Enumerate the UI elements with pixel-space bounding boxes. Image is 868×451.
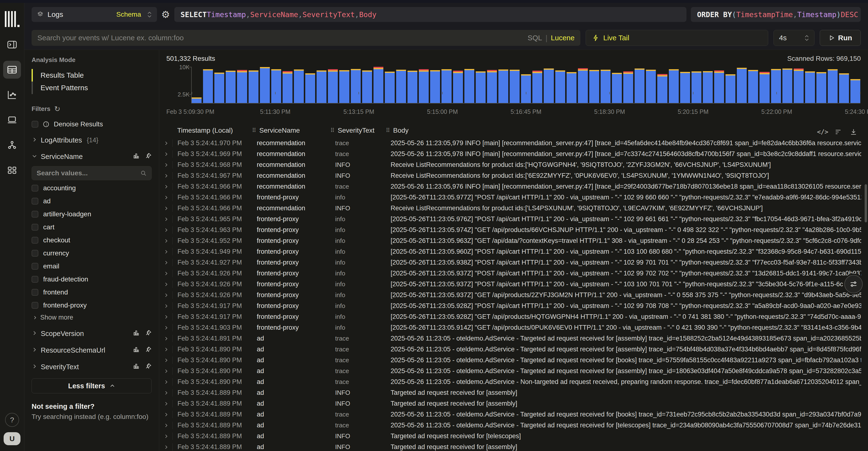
table-row[interactable]: Feb 3 5:24:41.889 PMadINFOTargeted ad re…	[159, 431, 863, 442]
chart-bar[interactable]	[703, 71, 713, 103]
expand-row-icon[interactable]	[163, 303, 169, 309]
drag-handle-icon[interactable]: ⠿	[252, 127, 256, 134]
table-row[interactable]: Feb 3 5:24:41.917 PMfrontend-proxyinfo[2…	[159, 301, 863, 311]
table-row[interactable]: Feb 3 5:24:41.926 PMfrontend-proxyinfo[2…	[159, 268, 863, 279]
table-row[interactable]: Feb 3 5:24:41.965 PMfrontend-proxyinfo[2…	[159, 214, 863, 224]
schema-stepper-icon[interactable]	[147, 11, 152, 18]
chart-bar[interactable]	[839, 73, 849, 103]
table-row[interactable]: Feb 3 5:24:41.967 PMrecommendationINFORe…	[159, 170, 863, 181]
expand-row-icon[interactable]	[163, 336, 169, 341]
chart-bar[interactable]	[226, 71, 236, 103]
code-view-icon[interactable]: </>	[818, 127, 828, 137]
chart-bar[interactable]	[271, 69, 281, 103]
table-row[interactable]: Feb 3 5:24:41.890 PMadtrace2025-05-26 11…	[159, 377, 863, 387]
filter-section-resourceschemaurl[interactable]: ResourceSchemaUrl	[32, 346, 152, 355]
column-settings-icon[interactable]	[833, 127, 843, 137]
chart-bar[interactable]	[214, 72, 224, 103]
chart-filter-icon[interactable]	[133, 329, 140, 338]
download-icon[interactable]	[849, 127, 858, 137]
lucene-toggle[interactable]: Lucene	[551, 34, 575, 42]
chart-bar[interactable]	[464, 69, 474, 103]
checkbox[interactable]	[32, 211, 38, 217]
chart-bar[interactable]	[407, 71, 417, 103]
refresh-filters-icon[interactable]: ↻	[54, 105, 60, 113]
table-row[interactable]: Feb 3 5:24:41.970 PMrecommendationtrace2…	[159, 138, 863, 149]
search-bar[interactable]: SQL | Lucene	[32, 30, 580, 46]
table-row[interactable]: Feb 3 5:24:41.889 PMadtrace2025-05-26 11…	[159, 409, 863, 420]
chart-bar[interactable]	[203, 69, 213, 103]
chart-bar[interactable]	[237, 70, 247, 103]
chart-bar[interactable]	[498, 69, 508, 103]
chart-bar[interactable]	[567, 72, 577, 103]
chart-bar[interactable]	[816, 72, 826, 103]
chart-nav-icon[interactable]	[3, 86, 21, 104]
chart-bar[interactable]	[544, 68, 554, 103]
display-options-button[interactable]	[844, 275, 863, 293]
chart-bar[interactable]	[430, 70, 440, 103]
table-row[interactable]: Feb 3 5:24:41.968 PMrecommendationINFORe…	[159, 159, 863, 170]
chart-filter-icon[interactable]	[133, 346, 140, 355]
filter-section-severitytext[interactable]: SeverityText	[32, 363, 152, 371]
table-scrollbar[interactable]	[865, 184, 867, 222]
events-histogram[interactable]: Feb 3 5:09:30 PM5:11:30 PM5:13:15 PM5:15…	[159, 66, 863, 117]
expand-row-icon[interactable]	[163, 412, 169, 417]
expand-row-icon[interactable]	[163, 379, 169, 385]
service-option-currency[interactable]: currency	[32, 247, 152, 260]
chart-bar[interactable]	[385, 72, 395, 103]
chart-bar[interactable]	[328, 69, 338, 103]
denoise-checkbox[interactable]	[32, 121, 38, 128]
column-header-body[interactable]: ⠿Body	[386, 127, 408, 134]
service-option-checkout[interactable]: checkout	[32, 234, 152, 247]
filter-section-scopeversion[interactable]: ScopeVersion	[32, 329, 152, 338]
chart-bar[interactable]	[714, 70, 724, 103]
checkbox[interactable]	[32, 237, 38, 244]
table-row[interactable]: Feb 3 5:24:41.890 PMadtrace2025-05-26 11…	[159, 344, 863, 355]
help-icon[interactable]: ?	[5, 413, 19, 427]
chart-bar[interactable]	[453, 71, 463, 103]
expand-row-icon[interactable]	[163, 293, 169, 298]
chart-bar[interactable]	[249, 70, 258, 103]
interval-stepper-icon[interactable]	[805, 35, 809, 41]
search-input[interactable]	[37, 34, 523, 42]
expand-row-icon[interactable]	[163, 325, 169, 330]
schema-mode-label[interactable]: Schema	[116, 10, 141, 18]
sessions-nav-icon[interactable]	[3, 111, 21, 129]
chart-bar[interactable]	[192, 97, 202, 103]
chart-bar[interactable]	[600, 70, 611, 103]
search-results-nav-icon[interactable]	[3, 61, 21, 79]
chart-bar[interactable]	[794, 68, 804, 103]
table-row[interactable]: Feb 3 5:24:41.890 PMadtrace2025-05-26 11…	[159, 355, 863, 366]
expand-row-icon[interactable]	[163, 368, 169, 374]
service-option-accounting[interactable]: accounting	[32, 182, 152, 194]
chart-bar[interactable]	[760, 72, 769, 103]
table-row[interactable]: Feb 3 5:24:41.966 PMrecommendationtrace2…	[159, 181, 863, 192]
expand-row-icon[interactable]	[163, 433, 169, 439]
chart-bar[interactable]	[680, 72, 690, 103]
expand-row-icon[interactable]	[163, 141, 169, 146]
service-option-ad[interactable]: ad	[32, 194, 152, 208]
expand-row-icon[interactable]	[163, 358, 169, 363]
table-row[interactable]: Feb 3 5:24:41.963 PMfrontend-proxyinfo[2…	[159, 224, 863, 235]
expand-row-icon[interactable]	[163, 217, 169, 222]
service-search-input[interactable]	[37, 169, 140, 177]
expand-row-icon[interactable]	[163, 271, 169, 276]
table-row[interactable]: Feb 3 5:24:41.949 PMfrontend-proxyinfo[2…	[159, 246, 863, 257]
chart-bar[interactable]	[521, 74, 531, 103]
chart-bar[interactable]	[294, 69, 304, 103]
chart-bar[interactable]	[634, 68, 645, 103]
expand-row-icon[interactable]	[163, 249, 169, 254]
table-row[interactable]: Feb 3 5:24:41.891 PMadtrace2025-05-26 11…	[159, 333, 863, 344]
chart-bar[interactable]	[748, 70, 758, 103]
drag-handle-icon[interactable]: ⠿	[330, 127, 335, 134]
expand-row-icon[interactable]	[163, 228, 169, 233]
pin-icon[interactable]	[145, 329, 152, 338]
analysis-mode-event-patterns[interactable]: Event Patterns	[32, 82, 152, 94]
chart-filter-icon[interactable]	[133, 152, 140, 161]
chart-bar[interactable]	[691, 71, 702, 103]
checkbox[interactable]	[32, 185, 38, 191]
run-button[interactable]: Run	[820, 30, 861, 46]
live-tail-button[interactable]: Live Tail	[586, 30, 768, 46]
service-option-cart[interactable]: cart	[32, 221, 152, 234]
table-row[interactable]: Feb 3 5:24:41.966 PMrecommendationINFORe…	[159, 203, 863, 214]
chart-bar[interactable]	[510, 70, 520, 103]
